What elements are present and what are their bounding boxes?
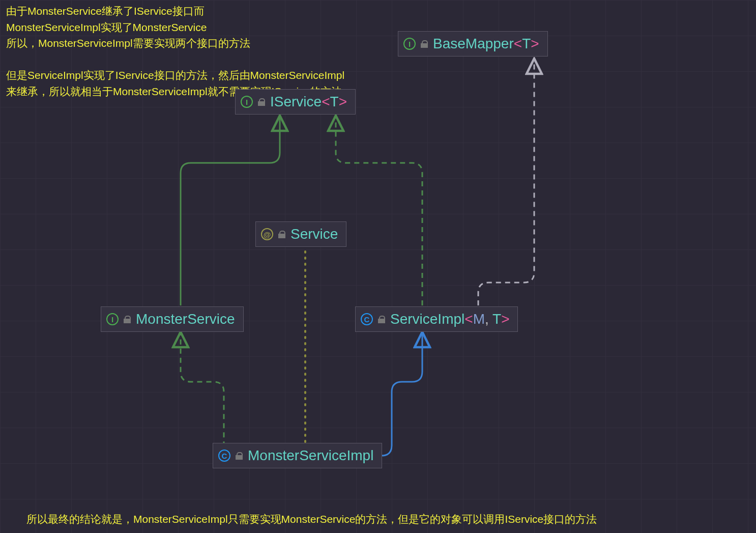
node-label: ServiceImpl<M, T>: [390, 311, 509, 327]
node-basemapper[interactable]: I BaseMapper<T>: [398, 31, 548, 57]
node-iservice[interactable]: I IService<T>: [235, 89, 356, 115]
lock-icon: [278, 231, 285, 238]
edge-monsterserviceimpl-to-serviceimpl: [348, 333, 422, 456]
edge-serviceimpl-to-iservice: [336, 117, 422, 305]
interface-icon: I: [106, 313, 119, 325]
node-label: IService<T>: [270, 94, 347, 110]
class-icon: C: [361, 313, 373, 325]
node-serviceimpl[interactable]: C ServiceImpl<M, T>: [355, 306, 518, 332]
annotation-bottom: 所以最终的结论就是，MonsterServiceImpl只需要实现Monster…: [26, 511, 597, 527]
node-label: MonsterService: [136, 311, 235, 327]
lock-icon: [378, 316, 385, 323]
interface-icon: I: [241, 96, 253, 108]
lock-icon: [258, 98, 265, 105]
annotation-top: 由于MonsterService继承了IService接口而 MonsterSe…: [6, 3, 344, 99]
node-label: Service: [290, 226, 338, 242]
lock-icon: [236, 452, 243, 459]
edge-monsterserviceimpl-to-monsterservice: [181, 333, 265, 456]
node-monsterserviceimpl[interactable]: C MonsterServiceImpl: [213, 443, 382, 468]
lock-icon: [421, 40, 428, 47]
lock-icon: [124, 316, 131, 323]
node-label: MonsterServiceImpl: [248, 447, 373, 464]
edge-serviceimpl-to-basemapper: [478, 60, 534, 305]
node-service-annotation[interactable]: @ Service: [255, 221, 346, 247]
node-label: BaseMapper<T>: [433, 36, 539, 52]
node-monsterservice[interactable]: I MonsterService: [101, 306, 244, 332]
edge-monsterservice-to-iservice: [181, 117, 280, 305]
interface-icon: I: [403, 38, 416, 50]
annotation-icon: @: [261, 228, 273, 240]
class-icon: C: [218, 450, 230, 462]
